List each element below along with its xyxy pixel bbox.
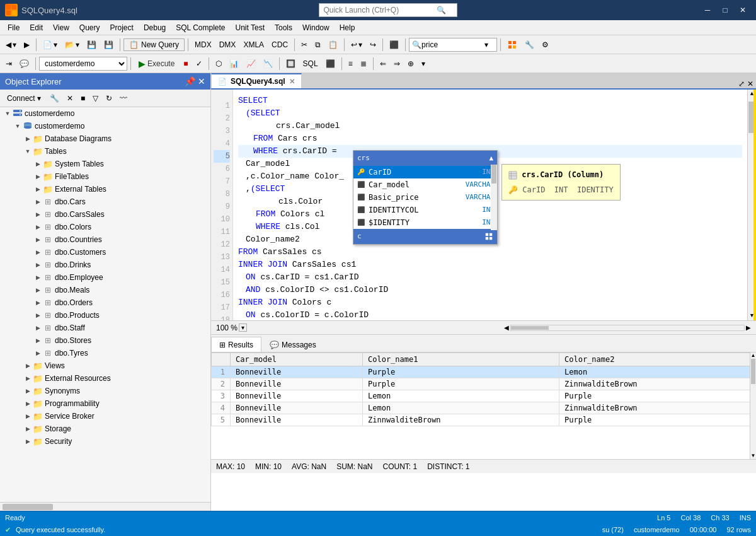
refresh-button[interactable]: ↻ bbox=[103, 91, 115, 106]
quick-launch-box[interactable]: 🔍 bbox=[319, 3, 457, 17]
new-file-button[interactable]: 📄 ▾ bbox=[40, 37, 60, 52]
tree-node-tables[interactable]: ▼ 📁 Tables bbox=[0, 145, 210, 158]
search-toolbar-input[interactable] bbox=[421, 40, 484, 49]
debug-button[interactable]: ✓ bbox=[193, 56, 205, 71]
tree-node-dbo-products[interactable]: ▶ ⊞ dbo.Products bbox=[0, 309, 210, 322]
ac-item-basic-price[interactable]: ⬛ Basic_price VARCHAR bbox=[353, 191, 497, 204]
tree-node-dbo-orders[interactable]: ▶ ⊞ dbo.Orders bbox=[0, 296, 210, 309]
menu-help[interactable]: Help bbox=[335, 22, 360, 33]
close-button[interactable]: ✕ bbox=[735, 4, 751, 16]
ac-item-sidentity[interactable]: ⬛ $IDENTITY INT bbox=[353, 216, 497, 229]
copy-button[interactable]: ⧉ bbox=[312, 37, 324, 52]
toolbar-btn-d[interactable]: CDC bbox=[268, 37, 291, 52]
tree-node-dbo-stores[interactable]: ▶ ⊞ dbo.Stores bbox=[0, 334, 210, 347]
results-tab-messages[interactable]: 💬 Messages bbox=[261, 337, 324, 352]
hscroll-right-button[interactable]: ▶ bbox=[746, 324, 751, 331]
tree-node-dbo-cars[interactable]: ▶ ⊞ dbo.Cars bbox=[0, 195, 210, 208]
database-selector[interactable]: customerdemo bbox=[39, 57, 127, 71]
tree-node-service-broker[interactable]: ▶ 📁 Service Broker bbox=[0, 410, 210, 422]
menu-debug[interactable]: Debug bbox=[139, 22, 171, 33]
refresh-filter-button[interactable]: 🔧 bbox=[47, 91, 62, 106]
menu-window[interactable]: Window bbox=[297, 22, 335, 33]
execute-button[interactable]: ▶ Execute bbox=[134, 56, 179, 71]
comment-button[interactable]: 💬 bbox=[16, 56, 32, 71]
result-row-2[interactable]: 2 Bonneville Purple ZinnwalditeBrown bbox=[212, 378, 756, 390]
result-row-1[interactable]: 1 Bonneville Purple Lemon bbox=[212, 366, 756, 378]
include-plan-button[interactable]: 🔲 bbox=[283, 56, 299, 71]
parse-button[interactable]: ⬡ bbox=[212, 56, 225, 71]
ac-item-carid[interactable]: 🔑 CarID INT bbox=[353, 166, 497, 178]
menu-tools[interactable]: Tools bbox=[270, 22, 297, 33]
zoom-dropdown-button[interactable]: ▾ bbox=[239, 323, 247, 332]
toolbar-btn-c[interactable]: XMLA bbox=[240, 37, 267, 52]
code-content[interactable]: SELECT (SELECT crs.Car_model FROM Cars c… bbox=[233, 90, 747, 320]
hscroll-left-button[interactable]: ◀ bbox=[504, 324, 509, 331]
ssms-icon-btn[interactable] bbox=[504, 37, 520, 52]
menu-edit[interactable]: Edit bbox=[25, 22, 48, 33]
menu-view[interactable]: View bbox=[48, 22, 74, 33]
save-button[interactable]: 💾 bbox=[84, 37, 100, 52]
tree-node-synonyms[interactable]: ▶ 📁 Synonyms bbox=[0, 385, 210, 397]
nav-btn2[interactable]: ⇒ bbox=[391, 56, 403, 71]
misc-btn3[interactable]: ▾ bbox=[418, 56, 428, 71]
results-tab-results[interactable]: ⊞ Results bbox=[211, 337, 261, 352]
tree-node-file-tables[interactable]: ▶ 📁 FileTables bbox=[0, 170, 210, 183]
cut-button[interactable]: ✂ bbox=[298, 37, 311, 52]
misc-btn2[interactable]: ⊕ bbox=[404, 56, 417, 71]
toolbar-btn-a[interactable]: MDX bbox=[192, 37, 215, 52]
tree-node-views[interactable]: ▶ 📁 Views bbox=[0, 359, 210, 372]
menu-project[interactable]: Project bbox=[105, 22, 139, 33]
format-btn2[interactable]: ≣ bbox=[357, 56, 370, 71]
tree-node-dbo-tyres[interactable]: ▶ ⊞ dbo.Tyres bbox=[0, 347, 210, 359]
close-explorer-icon[interactable]: ✕ bbox=[198, 76, 205, 86]
back-button[interactable]: ◀ ▾ bbox=[3, 37, 20, 52]
tree-node-external-tables[interactable]: ▶ 📁 External Tables bbox=[0, 183, 210, 195]
tree-node-dbo-colors[interactable]: ▶ ⊞ dbo.Colors bbox=[0, 221, 210, 233]
nav-btn1[interactable]: ⇐ bbox=[377, 56, 389, 71]
filter-button[interactable]: ▽ bbox=[89, 91, 101, 106]
pin-icon[interactable]: 📌 bbox=[185, 76, 195, 86]
close-editor-icon[interactable]: ✕ bbox=[747, 79, 753, 88]
tree-node-external-resources[interactable]: ▶ 📁 External Resources bbox=[0, 372, 210, 385]
save-all-button[interactable]: 💾 bbox=[101, 37, 117, 52]
stop-connection-button[interactable]: ■ bbox=[77, 91, 88, 106]
minimize-button[interactable]: ─ bbox=[699, 4, 716, 16]
results-vscrollbar[interactable]: ▲ ▼ bbox=[750, 352, 756, 459]
tree-node-storage[interactable]: ▶ 📁 Storage bbox=[0, 422, 210, 435]
forward-button[interactable]: ▶ bbox=[21, 37, 33, 52]
tree-node-dbo-countries[interactable]: ▶ ⊞ dbo.Countries bbox=[0, 233, 210, 246]
menu-query[interactable]: Query bbox=[74, 22, 105, 33]
tree-node-dbo-employee[interactable]: ▶ ⊞ dbo.Employee bbox=[0, 271, 210, 284]
menu-unit-test[interactable]: Unit Test bbox=[231, 22, 270, 33]
live-plan-button[interactable]: 📈 bbox=[243, 56, 259, 71]
result-row-3[interactable]: 3 Bonneville Lemon Purple bbox=[212, 390, 756, 402]
format-btn1[interactable]: ≡ bbox=[345, 56, 356, 71]
stop-button[interactable]: ■ bbox=[180, 56, 191, 71]
indent-button[interactable]: ⇥ bbox=[3, 56, 15, 71]
tree-node-programmability[interactable]: ▶ 📁 Programmability bbox=[0, 397, 210, 410]
result-row-5[interactable]: 5 Bonneville ZinnwalditeBrown Purple bbox=[212, 414, 756, 426]
wrench-button[interactable]: 🔧 bbox=[522, 37, 537, 52]
toolbar-btn-b[interactable]: DMX bbox=[216, 37, 239, 52]
tree-node-dbo-carssales[interactable]: ▶ ⊞ dbo.CarsSales bbox=[0, 208, 210, 221]
tree-node-dbo-customers[interactable]: ▶ ⊞ dbo.Customers bbox=[0, 246, 210, 259]
connect-button[interactable]: Connect ▾ bbox=[3, 92, 45, 105]
disconnect-button[interactable]: ✕ bbox=[64, 91, 76, 106]
results-scroll-down[interactable]: ▼ bbox=[750, 453, 756, 459]
activity-monitor-button[interactable]: 〰 bbox=[117, 91, 130, 106]
redo-button[interactable]: ↪ bbox=[367, 37, 379, 52]
sql-btn1[interactable]: SQL bbox=[300, 56, 321, 71]
maximize-button[interactable]: □ bbox=[717, 4, 733, 16]
results-scroll-up[interactable]: ▲ bbox=[750, 352, 756, 359]
result-row-4[interactable]: 4 Bonneville Lemon ZinnwalditeBrown bbox=[212, 402, 756, 414]
tree-node-diagrams[interactable]: ▶ 📁 Database Diagrams bbox=[0, 132, 210, 145]
tree-node-dbo-staff[interactable]: ▶ ⊞ dbo.Staff bbox=[0, 322, 210, 334]
sql-btn2[interactable]: ⬛ bbox=[323, 56, 338, 71]
settings-button[interactable]: ⚙ bbox=[539, 37, 552, 52]
misc-btn[interactable]: ⬛ bbox=[386, 37, 402, 52]
menu-sql-complete[interactable]: SQL Complete bbox=[171, 22, 230, 33]
quick-launch-input[interactable] bbox=[323, 6, 437, 15]
tree-node-security[interactable]: ▶ 📁 Security bbox=[0, 435, 210, 448]
tree-node-root[interactable]: ▼ customerdemo bbox=[0, 107, 210, 120]
paste-button[interactable]: 📋 bbox=[325, 37, 341, 52]
